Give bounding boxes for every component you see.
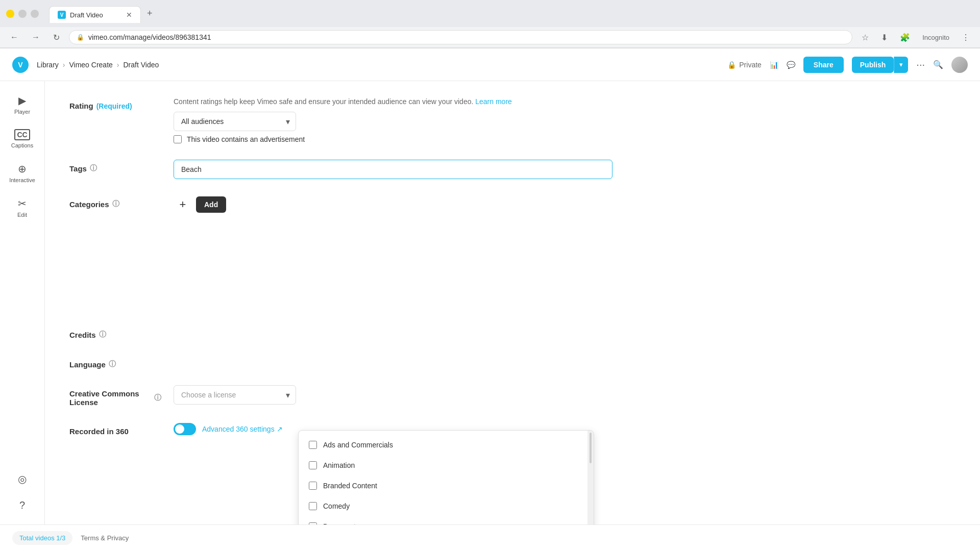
- main-layout: ▶ Player CC Captions ⊕ Interactive ✂ Edi…: [0, 81, 980, 524]
- sidebar-item-label-player: Player: [14, 109, 30, 115]
- sidebar-item-label-edit: Edit: [17, 212, 27, 218]
- category-item-comedy[interactable]: Comedy: [299, 496, 594, 516]
- categories-add-button[interactable]: +: [174, 195, 192, 214]
- more-options-button[interactable]: ···: [916, 59, 925, 70]
- credits-label: Credits ⓘ: [69, 326, 161, 339]
- category-checkbox-animation[interactable]: [309, 461, 317, 469]
- license-select[interactable]: Choose a license: [174, 385, 296, 405]
- browser-tab[interactable]: V Draft Video ✕: [49, 6, 141, 23]
- category-checkbox-documentary[interactable]: [309, 522, 317, 524]
- category-item-documentary[interactable]: Documentary: [299, 516, 594, 524]
- tags-input[interactable]: [174, 160, 612, 179]
- breadcrumb-sep-2: ›: [117, 61, 119, 69]
- creative-commons-content: Choose a license ▾: [174, 385, 955, 405]
- app-header: V Library › Vimeo Create › Draft Video 🔒…: [0, 48, 980, 81]
- window-close-button[interactable]: [31, 10, 39, 18]
- private-button[interactable]: 🔒 Private: [727, 61, 762, 69]
- tags-label: Tags ⓘ: [69, 160, 161, 173]
- sidebar-item-player[interactable]: ▶ Player: [4, 89, 41, 120]
- new-tab-button[interactable]: +: [141, 4, 159, 23]
- category-label-branded: Branded Content: [323, 482, 377, 490]
- advanced-360-link[interactable]: Advanced 360 settings ↗: [202, 425, 283, 433]
- rating-select-wrapper: All audiences ▾: [174, 112, 296, 131]
- add-category-row: + Add: [174, 195, 955, 214]
- sidebar-item-label-captions: Captions: [11, 142, 33, 148]
- rating-label: Rating (Required): [69, 97, 161, 110]
- chevron-down-icon: ▾: [899, 61, 903, 68]
- back-button[interactable]: ←: [6, 31, 22, 44]
- categories-content: + Add: [174, 195, 955, 214]
- categories-dropdown-panel: Ads and Commercials Animation Branded Co…: [298, 430, 594, 524]
- category-item-animation[interactable]: Animation: [299, 455, 594, 475]
- advertisement-checkbox-wrapper: This video contains an advertisement: [174, 135, 955, 143]
- recorded-360-toggle[interactable]: [174, 423, 196, 435]
- advertisement-label: This video contains an advertisement: [187, 135, 305, 143]
- add-button[interactable]: Add: [196, 196, 226, 213]
- bookmark-icon[interactable]: ☆: [857, 31, 873, 44]
- creative-commons-label: Creative Commons License ⓘ: [69, 385, 161, 407]
- url-bar[interactable]: 🔒 vimeo.com/manage/videos/896381341: [69, 30, 852, 44]
- category-label-animation: Animation: [323, 461, 355, 469]
- breadcrumb: Library › Vimeo Create › Draft Video: [37, 61, 159, 69]
- browser-chrome: V Draft Video ✕ + ← → ↻ 🔒 vimeo.com/mana…: [0, 0, 980, 48]
- sidebar-item-edit[interactable]: ✂ Edit: [4, 192, 41, 223]
- sidebar-item-help[interactable]: ?: [4, 494, 41, 516]
- category-checkbox-ads[interactable]: [309, 441, 317, 449]
- download-icon[interactable]: ⬇: [877, 31, 892, 44]
- advertisement-checkbox[interactable]: [174, 135, 182, 143]
- main-content: Rating (Required) Content ratings help k…: [45, 81, 980, 524]
- publish-button[interactable]: Publish: [852, 57, 894, 73]
- license-select-wrapper: Choose a license ▾: [174, 385, 296, 405]
- sidebar-item-compass[interactable]: ◎: [4, 468, 41, 490]
- tab-title: Draft Video: [70, 11, 103, 19]
- sidebar-item-interactive[interactable]: ⊕ Interactive: [4, 158, 41, 188]
- rating-select[interactable]: All audiences: [174, 112, 296, 131]
- avatar[interactable]: [951, 57, 968, 73]
- share-button[interactable]: Share: [803, 57, 844, 73]
- menu-icon[interactable]: ⋮: [958, 31, 974, 44]
- extensions-icon[interactable]: 🧩: [896, 31, 914, 44]
- category-checkbox-branded[interactable]: [309, 482, 317, 490]
- maximize-button[interactable]: [18, 10, 27, 18]
- learn-more-link[interactable]: Learn more: [475, 97, 512, 106]
- categories-info-icon: ⓘ: [112, 199, 119, 209]
- minimize-button[interactable]: [6, 10, 14, 18]
- refresh-button[interactable]: ↻: [49, 31, 64, 44]
- language-section: Language ⓘ: [69, 356, 955, 369]
- breadcrumb-current: Draft Video: [123, 61, 159, 69]
- tab-favicon: V: [58, 11, 66, 19]
- category-checkbox-comedy[interactable]: [309, 502, 317, 510]
- breadcrumb-library[interactable]: Library: [37, 61, 59, 69]
- category-label-documentary: Documentary: [323, 522, 365, 524]
- title-bar: V Draft Video ✕ +: [0, 0, 980, 27]
- breadcrumb-create[interactable]: Vimeo Create: [69, 61, 112, 69]
- category-label-ads: Ads and Commercials: [323, 441, 393, 449]
- category-item-branded[interactable]: Branded Content: [299, 475, 594, 496]
- publish-dropdown-button[interactable]: ▾: [894, 57, 908, 73]
- total-videos-label: Total videos: [19, 534, 55, 542]
- comments-button[interactable]: 💬: [787, 61, 795, 69]
- rating-content: Content ratings help keep Vimeo safe and…: [174, 97, 955, 143]
- analytics-icon: 📊: [770, 61, 778, 69]
- tags-content: [174, 160, 955, 179]
- analytics-button[interactable]: 📊: [770, 61, 778, 69]
- terms-privacy-link[interactable]: Terms & Privacy: [81, 534, 129, 542]
- recorded-360-label: Recorded in 360: [69, 423, 161, 436]
- creative-commons-section: Creative Commons License ⓘ Choose a lice…: [69, 385, 955, 407]
- search-button[interactable]: 🔍: [933, 60, 943, 69]
- category-item-ads[interactable]: Ads and Commercials: [299, 435, 594, 455]
- tab-close-icon[interactable]: ✕: [126, 11, 132, 19]
- bottom-bar: Total videos 1/3 Terms & Privacy: [0, 524, 980, 551]
- credits-section: Credits ⓘ: [69, 326, 955, 339]
- forward-button[interactable]: →: [28, 31, 44, 44]
- vimeo-app: V Library › Vimeo Create › Draft Video 🔒…: [0, 48, 980, 551]
- sidebar-item-captions[interactable]: CC Captions: [4, 124, 41, 154]
- tab-bar: V Draft Video ✕ +: [43, 4, 974, 23]
- lock-icon: 🔒: [727, 61, 736, 69]
- language-label: Language ⓘ: [69, 356, 161, 369]
- creative-commons-info-icon: ⓘ: [154, 393, 161, 403]
- sidebar-item-label-interactive: Interactive: [9, 177, 35, 183]
- categories-dropdown-scroll: Ads and Commercials Animation Branded Co…: [299, 431, 594, 524]
- player-icon: ▶: [18, 94, 26, 107]
- rating-description: Content ratings help keep Vimeo safe and…: [174, 97, 955, 106]
